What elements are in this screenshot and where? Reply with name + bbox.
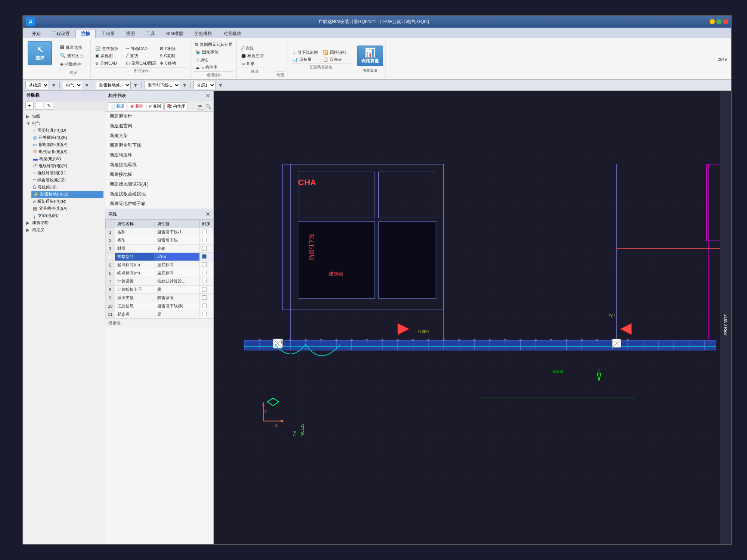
comp-item-2[interactable]: 新建支架 (105, 131, 213, 141)
c-copy-button[interactable]: ⎘ C复制 (158, 52, 188, 59)
comp-item-6[interactable]: 新建接地板 (105, 170, 213, 180)
sidebar-item-tray-through[interactable]: ⌀ 桥架通头(电)(R) (31, 198, 103, 205)
sidebar-item-custom[interactable]: ▶ 自定义 (25, 226, 103, 233)
app-logo: A (26, 17, 35, 26)
sidebar-item-integrated[interactable]: ≡ 综合管线(电)(Z) (31, 177, 103, 184)
prop-row-7[interactable]: 7 计算设置 按默认计算设... (106, 277, 213, 286)
component-type-select[interactable]: 避雷引下线-1 (145, 81, 180, 89)
cloud-library-button[interactable]: ☁ 云构件库 (194, 64, 234, 71)
prop-row-3[interactable]: 3 材质 扁钢 (106, 245, 213, 253)
prop-row-10[interactable]: 10 汇总信息 避雷引下线(防 (106, 302, 213, 310)
comp-item-4[interactable]: 新建均压环 (105, 150, 213, 160)
sidebar-item-building[interactable]: ▶ 建筑结构 (25, 219, 103, 226)
vertical-pipe-button[interactable]: ⬤ 布置立管 (240, 52, 270, 59)
comp-item-9[interactable]: 新建等电位端子箱 (105, 199, 213, 209)
device-qty-button[interactable]: 📊 设备量 (291, 56, 321, 63)
tab-change[interactable]: 变更模块 (189, 29, 218, 38)
sidebar-item-busbar[interactable]: S 母线(电)(I) (31, 184, 103, 191)
prop-row-9[interactable]: 9 系统类型 防雷系统 (106, 294, 213, 302)
tab-bim[interactable]: BIM模型 (161, 29, 189, 38)
sidebar-item-elec-device[interactable]: ⚙ 电气设备(电)(S) (31, 148, 103, 155)
tab-view[interactable]: 视图 (120, 29, 140, 38)
close-button[interactable] (723, 19, 728, 24)
prop-row-1[interactable]: 1 名称 避雷引下线-1 (106, 228, 213, 236)
batch-select-button[interactable]: ▦ 批量选择 (58, 43, 88, 51)
prop-row-6[interactable]: 6 终点标高(m) 层底标高 (106, 269, 213, 277)
find-replace-button[interactable]: 🔄 查找替换 (94, 45, 124, 52)
props-close[interactable]: ✕ (205, 211, 210, 218)
tab-start[interactable]: 开始 (26, 29, 46, 38)
delete-component-button[interactable]: 🗑 删除 (128, 102, 146, 110)
tab-compare[interactable]: 对量模块 (218, 29, 247, 38)
select-main-button[interactable]: ↖ 选择 (28, 41, 52, 65)
find-element-button[interactable]: 🔍 查找图元 (58, 52, 88, 60)
multi-view-button[interactable]: ▣ 多视图 (94, 52, 124, 59)
floor-select[interactable]: 基础层 (25, 81, 49, 89)
prop-row-8[interactable]: 8 计算断接卡子 是 (106, 286, 213, 294)
copy-to-floor-button[interactable]: ⧉ 复制图元到其它层 (194, 41, 234, 48)
lead-wire-identify-button[interactable]: ↧ 引下线识别 (291, 49, 321, 56)
expand-right-button[interactable]: ≫ (197, 103, 204, 110)
prop-col-num (106, 220, 115, 228)
search-icon[interactable]: 🔍 (205, 103, 211, 109)
device-table-button[interactable]: 📋 设备表 (322, 56, 351, 63)
props-table: 属性名称 属性值 附加 1 名称 避雷引下线-1 (105, 220, 213, 545)
table-calc-button[interactable]: 📊 表格算量 (357, 46, 383, 66)
comp-item-3[interactable]: 新建避雷引下线 (105, 141, 213, 150)
split-cad-button[interactable]: ⊕ 分解CAD (94, 60, 124, 66)
comp-item-5[interactable]: 新建接地母线 (105, 160, 213, 170)
tab-project-settings[interactable]: 工程设置 (46, 29, 75, 38)
draw-cad-button[interactable]: ✏ 补画CAD (124, 45, 158, 52)
command-bar: 基础层 ▼ 电气 ▼ 防雷接地(电) ▼ 避雷引下线-1 ▼ 分层1 ▼ (23, 80, 731, 91)
sidebar-item-electrical[interactable]: ▼ 电气 (25, 120, 103, 127)
new-component-button[interactable]: 📄 新建 (108, 102, 127, 110)
line-button[interactable]: ╱ 直线 (124, 52, 158, 59)
rectangle-button[interactable]: ▭ 矩形 (240, 60, 270, 67)
tab-annotation[interactable]: 注模 (75, 29, 96, 38)
prop-row-5[interactable]: 5 起点标高(m) 层底标高 (106, 261, 213, 269)
prop-row-11[interactable]: 11 起止点 是 (106, 310, 213, 318)
c-delete-button[interactable]: ⊠ C删除 (158, 45, 188, 52)
discipline-select[interactable]: 电气 (63, 81, 82, 89)
comp-item-0[interactable]: 新建避雷针 (105, 112, 213, 121)
sidebar-add-button[interactable]: + (25, 102, 34, 110)
comp-item-8[interactable]: 新建接板基础接地 (105, 189, 213, 199)
properties-button[interactable]: ⊞ 属性 (194, 56, 234, 63)
comp-list-close[interactable]: ✕ (205, 92, 210, 99)
cad-area[interactable]: MC1 Y X (214, 91, 731, 545)
sidebar-item-tray[interactable]: ▬ 桥架(电)(W) (31, 155, 103, 162)
sidebar-remove-button[interactable]: - (35, 102, 43, 110)
prop-row-4[interactable]: 4 规格型号 40*4 (106, 253, 213, 261)
sidebar-edit-button[interactable]: ✎ (45, 102, 53, 110)
sidebar-item-wire-conduit-x[interactable]: ↺ 电线导管(电)(X) (31, 162, 103, 169)
sidebar-item-switch[interactable]: ◎ 开关插座(电)(K) (31, 134, 103, 141)
tab-quantities[interactable]: 工程量 (96, 29, 120, 38)
pick-component-button[interactable]: ◈ 拾取构件 (58, 60, 88, 68)
maximize-button[interactable] (716, 19, 722, 24)
system-select[interactable]: 防雷接地(电) (96, 81, 131, 89)
tab-tools[interactable]: 工具 (140, 29, 161, 38)
show-layer-button[interactable]: ◫ 显示CAD图层 (124, 60, 158, 66)
general-ops-label: 通用操作 (194, 71, 234, 78)
sidebar-item-distribution[interactable]: ▭ 配电箱柜(电)(P) (31, 141, 103, 148)
library-button[interactable]: 📚 构件库 (164, 102, 188, 110)
modify-line-button[interactable]: ╱ 直线 (240, 45, 270, 52)
sidebar-item-bracket[interactable]: ┬ 支架(电)(N) (31, 212, 103, 219)
element-storage-button[interactable]: 🏪 图元存储 (194, 49, 234, 55)
comp-item-7[interactable]: 新建接地测试箱(井) (105, 180, 213, 189)
sidebar-item-lightning[interactable]: ⚡ 防雷接地(电)(J) (31, 191, 103, 198)
layer-select[interactable]: 分层1 (193, 81, 216, 89)
title-bar: A 广联达BIM安装计量GQI2021 - [DA毕业设计\电气.GQI4] (23, 16, 731, 28)
sidebar-item-miscellaneous[interactable]: ▦ 零星构件(电)(A) (31, 205, 103, 212)
middle-panel: 构件列表 ✕ 📄 新建 🗑 删除 ⎘ 复制 (105, 91, 214, 545)
copy-component-button[interactable]: ⎘ 复制 (147, 102, 164, 110)
sidebar-item-lighting[interactable]: ○ 照明灯具(电)(D) (31, 127, 103, 134)
circuit-identify-button[interactable]: 🔁 回路识别 (322, 49, 351, 56)
c-move-button[interactable]: ✥ C移动 (158, 60, 188, 66)
sidebar-item-axis[interactable]: ▶ 轴线 (25, 113, 103, 120)
minimize-button[interactable] (710, 19, 715, 24)
prop-row-2[interactable]: 2 类型 避雷引下线 (106, 236, 213, 245)
comp-item-1[interactable]: 新建避雷网 (105, 121, 213, 131)
sidebar-item-wire-conduit-l[interactable]: ○ 电线导管(电)(L) (31, 169, 103, 177)
svg-rect-8 (244, 340, 716, 350)
